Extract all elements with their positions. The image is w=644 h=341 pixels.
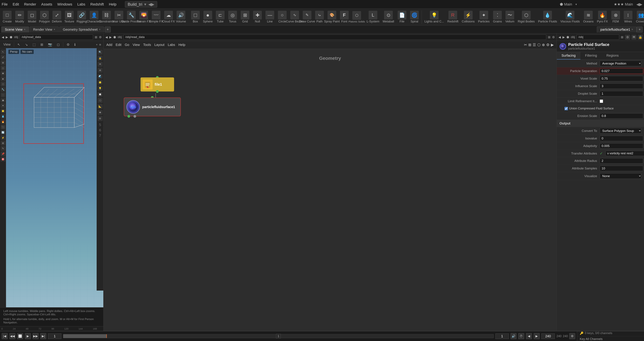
tab-sceneview[interactable]: Scene View × <box>1 26 29 32</box>
geo-labs[interactable]: Labs <box>168 43 175 47</box>
title-tab-arrows[interactable]: ◀▶ <box>148 2 154 7</box>
title-tab-arrow[interactable]: ▾ <box>144 2 146 7</box>
toolbar-rigging[interactable]: 🔗 Rigging <box>76 10 88 24</box>
rp-H-icon[interactable]: H <box>632 35 636 40</box>
vp-expand-icon[interactable]: ⊞ <box>95 35 97 39</box>
lt-icon-14[interactable]: 🔥 <box>1 119 5 124</box>
toolbar-modify[interactable]: ✏ Modify <box>14 10 26 24</box>
toolbar-guideprocess[interactable]: 🔧 Guide Process <box>126 10 137 24</box>
rt-icon-2[interactable]: 🔒 <box>98 56 103 61</box>
toolbar-grid[interactable]: ⊞ Grid <box>239 10 251 24</box>
toolbar-sphere[interactable]: ● Sphere <box>202 10 214 24</box>
toolbar-drawcurve[interactable]: ✎ Draw Curve <box>301 10 313 24</box>
geo-path-input[interactable] <box>124 34 546 40</box>
menu-assets[interactable]: Assets <box>41 2 52 6</box>
node-particlefluidsurface[interactable]: particlefluidsurface1 <box>124 97 181 116</box>
cam-label[interactable]: No cam <box>20 50 34 54</box>
transfer-attrs-input[interactable] <box>606 151 644 156</box>
tab-props-add[interactable]: + <box>636 26 643 32</box>
geo-settings-icon[interactable]: ⚙ <box>552 35 555 39</box>
geo-icon-play[interactable]: ▶ <box>551 43 554 47</box>
tab-renderview[interactable]: Render View × <box>30 26 59 32</box>
vp-nav-forward[interactable]: ▶ <box>6 35 8 39</box>
toolbar-cloudfx[interactable]: ☁ Cloud FX <box>163 10 174 24</box>
toolbar-volume[interactable]: 🔊 Volume <box>175 10 187 24</box>
lt-icon-21[interactable]: 🎯 <box>1 157 5 162</box>
toolbar-line[interactable]: — Line <box>264 10 276 24</box>
lt-icon-15[interactable]: ⬛ <box>1 125 5 129</box>
lt-icon-10[interactable]: ◉ <box>1 98 5 103</box>
tab-pfs-close[interactable]: × <box>632 28 633 31</box>
geo-icon-settings[interactable]: ⚙ <box>546 43 550 47</box>
toolbar-oceans[interactable]: ≋ Oceans <box>582 10 595 24</box>
geo-view[interactable]: View <box>133 43 140 47</box>
rt-icon-6[interactable]: 🌟 <box>98 80 103 85</box>
prop-tab-filtering[interactable]: Filtering <box>580 52 602 59</box>
tab-geospreadsheet[interactable]: Geometry Spreadsheet × <box>59 26 104 32</box>
rt-icon-9[interactable]: ⬡ <box>98 98 103 103</box>
persp-label[interactable]: Persp <box>8 50 19 54</box>
lt-icon-17[interactable]: ⚡ <box>1 135 5 140</box>
lt-icon-13[interactable]: 💧 <box>1 114 5 119</box>
geo-layout[interactable]: Layout <box>154 43 164 47</box>
geo-nav-back[interactable]: ◀ <box>105 35 108 39</box>
geo-tools[interactable]: Tools <box>143 43 151 47</box>
toolbar-collisions[interactable]: ⚡ Collisions <box>460 10 476 24</box>
menu-redshift[interactable]: Redshift <box>90 2 104 6</box>
geo-add[interactable]: Add <box>106 43 112 47</box>
lt-icon-6[interactable]: ◈ <box>1 76 5 81</box>
props-expand-icon[interactable]: ⊞ <box>621 35 623 39</box>
toolbar-null[interactable]: ✚ Null <box>252 10 263 24</box>
toolbar-pyrofx[interactable]: 🔥 Pyro FX <box>596 10 609 24</box>
geo-icon-grid[interactable]: ⊞ <box>528 43 531 47</box>
toolbar-vellum[interactable]: 〜 Vellum <box>504 10 516 24</box>
toolbar-tube[interactable]: ⊏ Tube <box>214 10 226 24</box>
node-file1[interactable]: file1 <box>140 77 174 91</box>
rt-icon-10[interactable]: 📐 <box>98 104 103 109</box>
tab-geospreadsheet-close[interactable]: × <box>99 28 100 31</box>
isovalue-input[interactable] <box>600 136 643 141</box>
geo-icon-expand[interactable]: ⊕ <box>542 43 545 47</box>
timeline-end-input[interactable] <box>541 334 555 339</box>
toolbar-redshift[interactable]: R Redshift <box>446 10 460 24</box>
attr-samples-input[interactable] <box>600 166 643 171</box>
prop-tab-surfacing[interactable]: Surfacing <box>557 52 580 59</box>
lt-icon-9[interactable]: ⬚ <box>1 92 5 97</box>
toolbar-terrainfx[interactable]: 🌄 Terrain FX <box>138 10 150 24</box>
droplet-scale-input[interactable] <box>600 91 643 96</box>
props-nav-back[interactable]: ◀ <box>558 35 561 39</box>
toolbar-create[interactable]: □ Create <box>1 10 13 24</box>
toolbar-grains[interactable]: ⁚ Grains <box>492 10 503 24</box>
tab-particlefluidsurface[interactable]: particlefluidsurface1 × <box>597 26 636 32</box>
rt-icon-8[interactable]: 🔲 <box>98 92 103 97</box>
lt-icon-7[interactable]: ⬡ <box>1 82 5 86</box>
particle-sep-input[interactable] <box>600 68 643 74</box>
btn-prev-key[interactable]: ◀◀ <box>10 333 16 339</box>
btn-end[interactable]: ▶| <box>40 333 46 339</box>
toolbar-torus[interactable]: ◎ Torus <box>227 10 238 24</box>
toolbar-texture[interactable]: 🖼 Texture <box>64 10 75 24</box>
geo-expand-icon[interactable]: ⊞ <box>548 35 550 39</box>
geo-icon-list[interactable]: ☰ <box>533 43 536 47</box>
tab-renderview-close[interactable]: × <box>54 28 55 31</box>
toolbar-simplefx[interactable]: 〰 Simple FX <box>150 10 162 24</box>
props-path-input[interactable] <box>576 34 619 40</box>
prop-tab-regions[interactable]: Regions <box>602 52 623 59</box>
toolbar-model[interactable]: ◻ Model <box>26 10 38 24</box>
limit-ref-checkbox[interactable] <box>600 99 603 103</box>
geo-go[interactable]: Go <box>125 43 129 47</box>
geo-icon-sort[interactable]: ⬡ <box>537 43 540 47</box>
vp-render-icon[interactable]: ◻ <box>56 42 61 47</box>
lt-icon-2[interactable]: ✐ <box>1 55 5 60</box>
geo-edit[interactable]: Edit <box>116 43 122 47</box>
btn-audio[interactable]: 🔊 <box>510 333 516 339</box>
lt-icon-12[interactable]: 🌟 <box>1 109 5 113</box>
geometry-canvas[interactable]: Geometry <box>104 49 556 331</box>
toolbar-deform[interactable]: ⤢ Deform <box>51 10 63 24</box>
timeline-track[interactable]: 1 <box>63 334 494 338</box>
vp-nav-back[interactable]: ◀ <box>2 35 4 39</box>
toolbar-wires[interactable]: ⫶ Wires <box>622 10 634 24</box>
key-all-label[interactable]: Key All Channels <box>580 337 602 341</box>
union-comp-checkbox[interactable] <box>564 107 568 110</box>
toolbar-lights[interactable]: 💡 Lights and C... <box>423 10 445 24</box>
